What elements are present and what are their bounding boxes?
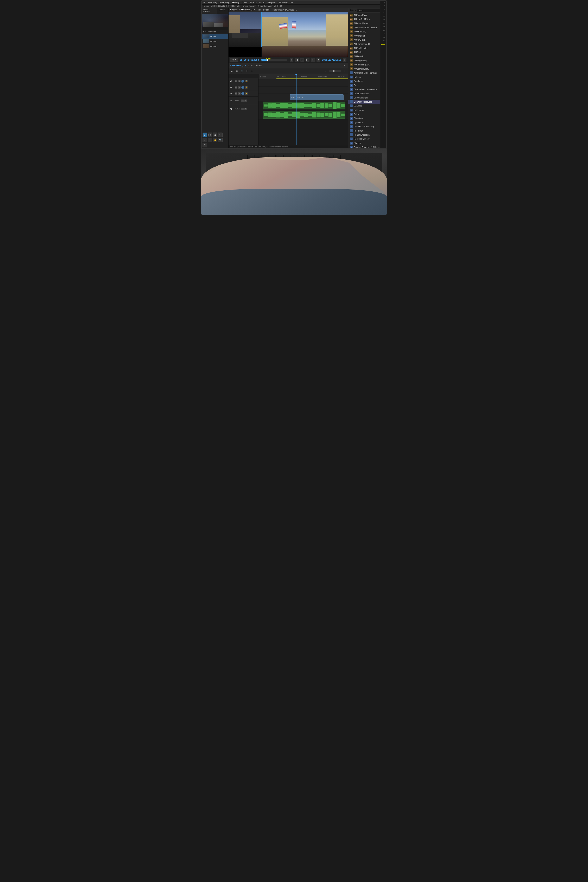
slip-tool[interactable]: ↔ xyxy=(202,138,207,142)
v1-toggle[interactable]: M xyxy=(235,92,237,95)
linked-btn[interactable]: 🔗 xyxy=(240,69,244,73)
zoom-handle[interactable] xyxy=(333,70,334,72)
v3-lock[interactable]: 🔒 xyxy=(245,80,248,82)
wb xyxy=(320,113,324,117)
marker-flags xyxy=(266,58,270,60)
v2-toggle[interactable]: M xyxy=(235,86,237,88)
menu-audio[interactable]: Audio xyxy=(260,1,265,4)
media-item-label-1: VIDEO... xyxy=(210,40,218,42)
media-list-item-2[interactable]: VIDEO... xyxy=(202,44,228,49)
zoom-tool[interactable]: 🔍 xyxy=(218,138,223,142)
track-header-v2: V2 M S 👁 🔒 xyxy=(228,84,258,90)
zoom-select[interactable]: Fit xyxy=(230,58,238,62)
zoom-in-btn[interactable]: + xyxy=(343,69,347,73)
menu-learning[interactable]: Learning xyxy=(208,1,217,4)
menu-graphics[interactable]: Graphics xyxy=(268,1,277,4)
media-items-list[interactable]: VIDEO... VIDEO... VIDEO... xyxy=(202,33,228,132)
step-back-btn[interactable]: ◀ xyxy=(295,58,299,62)
a1-mute[interactable]: M xyxy=(241,99,244,102)
a2-solo[interactable]: S xyxy=(244,108,247,110)
au-icon: AU xyxy=(350,14,353,16)
track-header-a2: A2 Audio 2 M S xyxy=(228,105,258,113)
v1-eye[interactable]: 👁 xyxy=(242,92,244,95)
audio-clip-1[interactable] xyxy=(263,102,345,110)
media-list-item-0[interactable]: VIDEO... xyxy=(202,34,228,39)
go-end-btn[interactable]: ⏭ xyxy=(311,58,315,62)
menu-effects[interactable]: Effects xyxy=(250,1,256,4)
hand-tool[interactable]: ✋ xyxy=(213,138,218,142)
panel-tab-0[interactable]: Source: VIDEO0235 (1) xyxy=(203,5,225,7)
title-monitor-tab[interactable]: Title: (no title) xyxy=(258,9,270,11)
pen-tool[interactable]: ✏ xyxy=(208,138,212,142)
program-monitor-tab[interactable]: Program: VIDEO0235 (1) ≡ xyxy=(230,9,255,11)
media-thumb-bg xyxy=(202,14,228,30)
panel-tab-3[interactable]: Audio Clip Mixer: VIDEO02 xyxy=(258,5,283,7)
app-icon[interactable]: Pr xyxy=(203,1,206,4)
panel-tab-1[interactable]: Effect Controls xyxy=(226,5,240,7)
effect-label: Balance xyxy=(354,76,361,78)
v1-mute[interactable]: S xyxy=(238,92,240,95)
step-forward-btn[interactable]: ▶▶ xyxy=(306,58,309,62)
v3-label: V3 xyxy=(230,80,234,82)
v3-mute[interactable]: S xyxy=(238,80,240,82)
reference-monitor-tab[interactable]: Reference: VIDEO0235 (1) xyxy=(273,9,297,11)
menu-color[interactable]: Color xyxy=(242,1,248,4)
program-monitor: Program: VIDEO0235 (1) ≡ Title: (no titl… xyxy=(228,8,348,63)
go-start-btn[interactable]: ⏮ xyxy=(290,58,293,62)
type-tool[interactable]: T xyxy=(202,143,207,147)
global-fx-btn[interactable]: fx xyxy=(250,69,254,73)
track-row-v3[interactable] xyxy=(258,79,348,87)
track-row-v1[interactable]: VIDEO0258.mp4 xyxy=(258,94,348,101)
menu-more[interactable]: >> xyxy=(290,1,293,4)
effect-label: AUNetSend xyxy=(354,34,365,37)
timeline-tracks[interactable]: 5:00000 00:16:22050 00:17:00000 00:17:22… xyxy=(258,74,348,145)
v3-toggle[interactable]: M xyxy=(235,80,237,82)
ripple-edit-tool[interactable]: ◁▶ xyxy=(213,132,218,137)
ripple-btn[interactable]: R xyxy=(244,69,249,73)
track-row-a2[interactable] xyxy=(258,110,348,120)
v1-lock[interactable]: 🔒 xyxy=(245,92,248,95)
snap-btn[interactable]: ⊠ xyxy=(235,69,239,73)
audio-clip-2[interactable] xyxy=(263,111,345,119)
media-browser-tab[interactable]: Media Browser xyxy=(202,8,217,14)
menu-libraries[interactable]: Libraries xyxy=(279,1,288,4)
zoom-out-btn[interactable]: - xyxy=(324,69,328,73)
track-row-a1[interactable] xyxy=(258,101,348,110)
settings-btn-2[interactable]: ≡ xyxy=(342,63,346,68)
effect-icon: fx xyxy=(350,142,353,144)
effect-label: AURoundTripAAC xyxy=(354,64,370,66)
media-list-item-1[interactable]: VIDEO... xyxy=(202,39,228,44)
keyboard-area xyxy=(201,149,387,215)
v2-lock[interactable]: 🔒 xyxy=(245,86,248,88)
play-btn[interactable]: ▶ xyxy=(300,58,304,62)
settings-btn[interactable]: ⚙ xyxy=(343,58,346,62)
wb xyxy=(304,113,308,117)
menu-assembly[interactable]: Assembly xyxy=(219,1,230,4)
effect-label: Bandpass xyxy=(354,80,363,82)
v2-eye[interactable]: 👁 xyxy=(242,86,244,89)
sequence-name[interactable]: VIDEO0235 (1) ≡ xyxy=(230,64,246,67)
program-video xyxy=(262,12,348,57)
v3-eye[interactable]: 👁 xyxy=(242,80,244,82)
menu-editing[interactable]: Editing xyxy=(232,1,240,4)
libraries-tab[interactable]: Librarie... xyxy=(217,8,228,14)
add-marker-btn[interactable]: ◆ xyxy=(230,69,234,73)
razor-tool[interactable]: ✂ xyxy=(218,132,223,137)
track-headers: V3 M S 👁 🔒 V2 M S 👁 xyxy=(228,74,258,145)
track-select-tool[interactable]: ⊳⊳ xyxy=(208,132,212,137)
playhead[interactable] xyxy=(296,74,297,145)
video-clip-1[interactable]: VIDEO0258.mp4 xyxy=(290,94,344,100)
effect-label: Fill Left with Right xyxy=(354,134,370,136)
v2-mute[interactable]: S xyxy=(238,86,240,88)
zoom-slider[interactable] xyxy=(329,70,342,72)
au-icon: AU xyxy=(350,63,353,66)
selection-tool[interactable]: ▶ xyxy=(202,132,207,137)
panel-tab-2[interactable]: Lumetri Scopes xyxy=(242,5,256,7)
track-row-v2[interactable] xyxy=(258,87,348,94)
a2-mute[interactable]: M xyxy=(241,108,244,110)
loop-btn[interactable]: ↺ xyxy=(316,58,320,62)
effect-label: Chorus/Flanger xyxy=(354,97,368,99)
sleeve xyxy=(201,189,387,215)
media-item-label-0: VIDEO... xyxy=(210,35,218,38)
a1-solo[interactable]: S xyxy=(244,99,247,102)
